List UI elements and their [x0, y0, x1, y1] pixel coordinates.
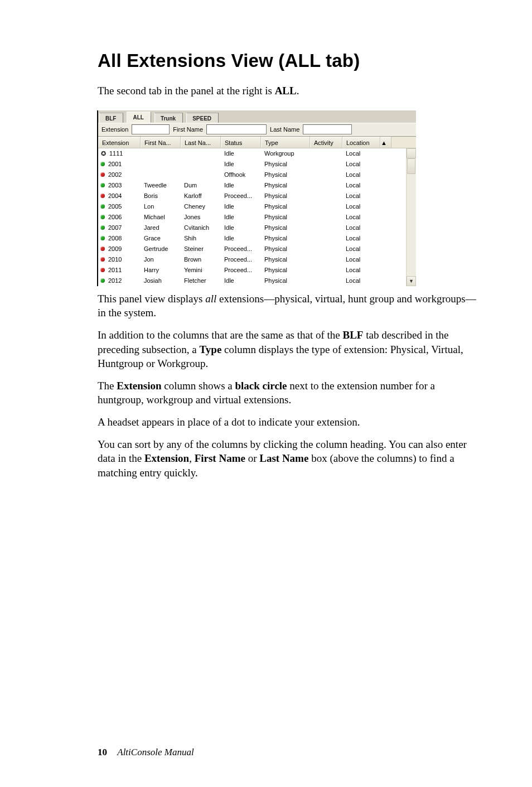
col-type[interactable]: Type — [261, 137, 310, 148]
cell-last: Cvitanich — [181, 223, 221, 233]
ext-number: 2002 — [108, 170, 122, 180]
table-row[interactable]: 2007JaredCvitanichIdlePhysicalLocal — [98, 223, 416, 233]
tab-blf[interactable]: BLF — [99, 113, 123, 123]
grid-header: Extension First Na... Last Na... Status … — [98, 137, 416, 148]
scroll-up-button[interactable] — [407, 148, 416, 158]
cell-status: Proceed... — [221, 244, 261, 254]
firstname-label: First Name — [172, 126, 204, 133]
green-dot-icon — [100, 215, 105, 219]
scroll-thumb[interactable] — [407, 158, 415, 174]
cell-location: Local — [342, 148, 380, 159]
cell-extension: 2005 — [98, 201, 141, 212]
cell-status: Idle — [221, 233, 261, 244]
tab-all[interactable]: ALL — [127, 112, 151, 123]
green-dot-icon — [100, 225, 105, 230]
cell-extension: 2006 — [98, 212, 141, 223]
cell-location: Local — [342, 159, 380, 170]
cell-activity — [310, 212, 342, 223]
table-row[interactable]: ✪1111IdleWorkgroupLocal — [98, 148, 416, 159]
firstname-input[interactable] — [206, 124, 267, 134]
scroll-down-button[interactable]: ▼ — [407, 276, 416, 286]
table-row[interactable]: 2002OffhookPhysicalLocal — [98, 170, 416, 180]
col-firstname[interactable]: First Na... — [141, 137, 181, 148]
green-dot-icon — [100, 236, 105, 240]
extension-bold: Extension — [117, 380, 161, 392]
col-status[interactable]: Status — [221, 137, 261, 148]
cell-extension: 2012 — [98, 276, 141, 286]
ext-number: 2004 — [108, 191, 122, 201]
ext-number: 2011 — [108, 265, 122, 276]
cell-activity — [310, 180, 342, 191]
extension-label: Extension — [100, 126, 129, 133]
ext-number: 2010 — [108, 254, 122, 265]
cell-location: Local — [342, 201, 380, 212]
search-row: Extension First Name Last Name — [98, 123, 416, 136]
cell-status: Idle — [221, 159, 261, 170]
cell-last: Cheney — [181, 201, 221, 212]
cell-activity — [310, 191, 342, 201]
table-row[interactable]: 2003TweedleDumIdlePhysicalLocal — [98, 180, 416, 191]
cell-last — [181, 159, 221, 170]
last-bold: Last Name — [259, 452, 308, 464]
cell-location: Local — [342, 223, 380, 233]
cell-type: Physical — [261, 244, 310, 254]
cell-activity — [310, 244, 342, 254]
green-dot-icon — [100, 162, 105, 166]
cell-extension: 2001 — [98, 159, 141, 170]
col-scroll-spacer: ▲ — [380, 137, 391, 148]
table-row[interactable]: 2011HarryYeminiProceed...PhysicalLocal — [98, 265, 416, 276]
cell-type: Physical — [261, 223, 310, 233]
col-extension[interactable]: Extension — [98, 137, 141, 148]
cell-type: Physical — [261, 180, 310, 191]
intro-all-label: ALL — [275, 85, 297, 96]
table-row[interactable]: 2001IdlePhysicalLocal — [98, 159, 416, 170]
intro-text: The second tab in the panel at the right… — [98, 85, 275, 96]
tab-speed[interactable]: SPEED — [186, 113, 219, 123]
page-title: All Extensions View (ALL tab) — [98, 50, 476, 71]
lastname-input[interactable] — [303, 124, 352, 134]
col-activity[interactable]: Activity — [310, 137, 342, 148]
cell-status: Proceed... — [221, 254, 261, 265]
table-row[interactable]: 2005LonCheneyIdlePhysicalLocal — [98, 201, 416, 212]
extension-input[interactable] — [132, 124, 170, 134]
cell-activity — [310, 233, 342, 244]
tab-trunk[interactable]: Trunk — [154, 113, 183, 123]
vertical-scrollbar[interactable]: ▼ — [406, 148, 416, 286]
cell-extension: 2009 — [98, 244, 141, 254]
cell-type: Physical — [261, 265, 310, 276]
cell-last: Yemini — [181, 265, 221, 276]
text: column shows a — [162, 380, 235, 392]
cell-status: Idle — [221, 180, 261, 191]
table-row[interactable]: 2008GraceShihIdlePhysicalLocal — [98, 233, 416, 244]
cell-status: Proceed... — [221, 265, 261, 276]
cell-type: Physical — [261, 212, 310, 223]
scroll-track[interactable] — [407, 158, 416, 276]
cell-activity — [310, 159, 342, 170]
cell-type: Physical — [261, 233, 310, 244]
table-row[interactable]: 2010JonBrownProceed...PhysicalLocal — [98, 254, 416, 265]
col-location[interactable]: Location — [342, 137, 380, 148]
cell-location: Local — [342, 254, 380, 265]
table-row[interactable]: 2006MichaelJonesIdlePhysicalLocal — [98, 212, 416, 223]
cell-activity — [310, 148, 342, 159]
cell-extension: 2011 — [98, 265, 141, 276]
table-row[interactable]: 2012JosiahFletcherIdlePhysicalLocal — [98, 276, 416, 286]
text: or — [245, 452, 259, 464]
ext-number: 2007 — [108, 223, 122, 233]
col-lastname[interactable]: Last Na... — [181, 137, 221, 148]
cell-last: Jones — [181, 212, 221, 223]
ext-number: 2008 — [108, 233, 122, 244]
cell-extension: ✪1111 — [98, 148, 141, 159]
text: In addition to the columns that are the … — [98, 329, 343, 341]
table-row[interactable]: 2009GertrudeSteinerProceed...PhysicalLoc… — [98, 244, 416, 254]
text: This panel view displays — [98, 293, 205, 305]
ext-number: 2006 — [108, 212, 122, 223]
table-row[interactable]: 2004BorisKarloffProceed...PhysicalLocal — [98, 191, 416, 201]
type-bold: Type — [200, 344, 222, 355]
cell-first: Tweedle — [141, 180, 181, 191]
page-number: 10 — [98, 747, 107, 757]
cell-first: Gertrude — [141, 244, 181, 254]
cell-status: Idle — [221, 201, 261, 212]
cell-status: Idle — [221, 148, 261, 159]
cell-location: Local — [342, 180, 380, 191]
